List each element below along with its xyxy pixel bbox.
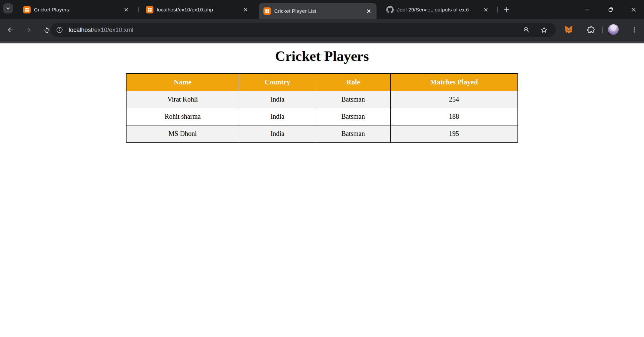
back-button[interactable] bbox=[4, 23, 17, 37]
cell-name: Rohit sharma bbox=[126, 108, 239, 125]
puzzle-icon bbox=[587, 26, 595, 34]
cell-country: India bbox=[239, 108, 316, 125]
toolbar-separator bbox=[602, 27, 603, 33]
xampp-icon bbox=[23, 6, 31, 13]
zoom-level-button[interactable] bbox=[521, 24, 532, 36]
header-role: Role bbox=[316, 73, 390, 91]
cell-role: Batsman bbox=[316, 91, 390, 108]
close-window-button[interactable] bbox=[626, 0, 641, 19]
chevron-down-icon bbox=[6, 6, 10, 11]
tab-title: Joel-29/Servlet: outputs of ex:6 bbox=[397, 7, 479, 13]
plus-icon bbox=[504, 7, 509, 12]
cell-matches: 254 bbox=[390, 91, 518, 108]
reload-icon bbox=[43, 27, 50, 34]
cell-matches: 195 bbox=[390, 125, 518, 142]
header-country: Country bbox=[239, 73, 316, 91]
profile-avatar[interactable] bbox=[608, 24, 619, 35]
forward-icon bbox=[25, 26, 32, 34]
url-host: localhost bbox=[69, 27, 93, 33]
header-matches: Matches Played bbox=[390, 73, 518, 91]
table-row: MS Dhoni India Batsman 195 bbox=[126, 125, 518, 142]
cell-country: India bbox=[239, 91, 316, 108]
tab-title: localhost/ex10/ex10.php bbox=[157, 7, 239, 13]
zoom-out-icon bbox=[523, 26, 530, 34]
xampp-icon bbox=[263, 7, 271, 15]
cell-name: Virat Kohli bbox=[126, 91, 239, 108]
close-tab-icon[interactable] bbox=[366, 8, 372, 14]
url-path: /ex10/ex10.xml bbox=[93, 27, 133, 33]
cell-matches: 188 bbox=[390, 108, 518, 125]
back-icon bbox=[7, 26, 14, 34]
three-dot-menu-icon bbox=[631, 27, 638, 33]
tab-separator bbox=[497, 7, 498, 12]
table-header-row: Name Country Role Matches Played bbox=[126, 73, 518, 91]
tab-cricket-players[interactable]: Cricket Players bbox=[19, 0, 134, 19]
tab-localhost-php[interactable]: localhost/ex10/ex10.php bbox=[141, 0, 253, 19]
info-icon bbox=[56, 27, 63, 33]
header-name: Name bbox=[126, 73, 239, 91]
table-row: Virat Kohli India Batsman 254 bbox=[126, 91, 518, 108]
url-text: localhost/ex10/ex10.xml bbox=[69, 27, 133, 34]
table-row: Rohit sharma India Batsman 188 bbox=[126, 108, 518, 125]
new-tab-button[interactable] bbox=[502, 5, 511, 14]
minimize-icon bbox=[584, 7, 589, 12]
browser-toolbar: localhost/ex10/ex10.xml bbox=[0, 19, 644, 41]
tab-bar: Cricket Players localhost/ex10/ex10.php … bbox=[0, 0, 644, 19]
extensions-button[interactable] bbox=[585, 24, 597, 36]
maximize-button[interactable] bbox=[603, 0, 618, 19]
metamask-fox-icon bbox=[564, 25, 573, 35]
toolbar-content-divider bbox=[0, 41, 644, 43]
forward-button[interactable] bbox=[22, 23, 35, 37]
close-icon bbox=[631, 7, 636, 12]
star-icon bbox=[540, 26, 548, 34]
minimize-button[interactable] bbox=[579, 0, 595, 19]
tab-cricket-player-list[interactable]: Cricket Player List bbox=[259, 3, 377, 19]
cell-role: Batsman bbox=[316, 125, 390, 142]
address-bar[interactable]: localhost/ex10/ex10.xml bbox=[50, 23, 556, 37]
tab-separator bbox=[138, 7, 139, 12]
cell-country: India bbox=[239, 125, 316, 142]
metamask-extension-button[interactable] bbox=[563, 24, 574, 36]
cricket-players-table: Name Country Role Matches Played Virat K… bbox=[126, 73, 518, 143]
cell-role: Batsman bbox=[316, 108, 390, 125]
close-tab-icon[interactable] bbox=[483, 7, 489, 13]
xampp-icon bbox=[146, 6, 153, 13]
cell-name: MS Dhoni bbox=[126, 125, 239, 142]
tab-search-button[interactable] bbox=[3, 3, 13, 13]
close-tab-icon[interactable] bbox=[243, 7, 249, 13]
restore-icon bbox=[608, 7, 613, 12]
browser-menu-button[interactable] bbox=[629, 24, 640, 36]
page-title: Cricket Players bbox=[0, 48, 644, 64]
bookmark-button[interactable] bbox=[538, 24, 550, 36]
site-info-button[interactable] bbox=[55, 25, 65, 35]
close-tab-icon[interactable] bbox=[123, 7, 129, 13]
tab-title: Cricket Player List bbox=[274, 8, 362, 14]
tab-title: Cricket Players bbox=[34, 7, 120, 13]
page-content: Cricket Players Name Country Role Matche… bbox=[0, 43, 644, 337]
github-icon bbox=[386, 6, 394, 13]
tab-github-servlet[interactable]: Joel-29/Servlet: outputs of ex:6 bbox=[382, 0, 494, 19]
